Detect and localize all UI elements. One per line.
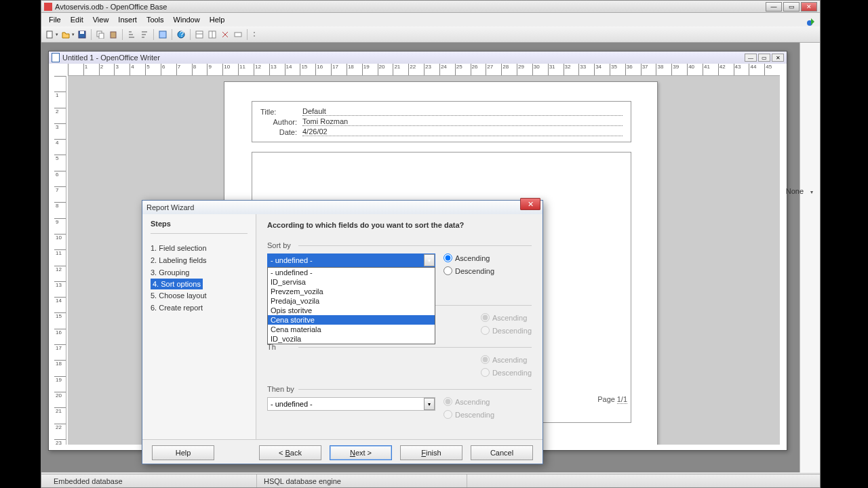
- descending-radio-2: Descending: [481, 326, 532, 335]
- report-header: Title: Default Author: Tomi Rozman Date:…: [252, 101, 631, 142]
- ascending-radio-2: Ascending: [481, 313, 532, 322]
- sort-by-value: - undefined -: [271, 256, 313, 264]
- sort-desc-icon[interactable]: [139, 29, 150, 40]
- step-3[interactable]: 3. Grouping: [151, 266, 248, 279]
- vertical-ruler[interactable]: 1234567891011121314151617181920212223: [54, 76, 66, 445]
- date-label: Date:: [260, 127, 301, 136]
- mdi-area: Untitled 1 - OpenOffice Writer — ▭ ✕ 123…: [41, 43, 820, 472]
- dropdown-option[interactable]: Opis storitve: [268, 306, 435, 315]
- dropdown-icon[interactable]: ▾: [72, 32, 75, 37]
- report-wizard-dialog: Report Wizard ✕ Steps 1. Field selection…: [142, 200, 543, 464]
- step-4[interactable]: 4. Sort options: [151, 279, 203, 289]
- status-engine: HSQL database engine: [257, 474, 467, 487]
- main-window: Avtoservis.odb - OpenOffice Base — ▭ ✕ F…: [41, 0, 821, 488]
- copy-icon[interactable]: [95, 29, 106, 40]
- steps-heading: Steps: [151, 220, 248, 234]
- menu-window[interactable]: Window: [169, 14, 205, 26]
- dialog-buttons: Help < Back Next > Finish Cancel: [142, 439, 542, 465]
- writer-close-button[interactable]: ✕: [772, 54, 784, 62]
- then-by-combo[interactable]: - undefined - ▾: [267, 397, 435, 411]
- ascending-radio[interactable]: Ascending: [443, 253, 494, 262]
- delete-icon[interactable]: [220, 29, 231, 40]
- menu-insert[interactable]: Insert: [113, 14, 142, 26]
- chevron-down-icon[interactable]: ▾: [424, 398, 435, 410]
- svg-rect-6: [159, 31, 166, 38]
- steps-panel: Steps 1. Field selection2. Labeling fiel…: [142, 214, 256, 439]
- window-title: Avtoservis.odb - OpenOffice Base: [55, 3, 766, 11]
- titlebar: Avtoservis.odb - OpenOffice Base — ▭ ✕: [41, 1, 820, 13]
- svg-rect-2: [80, 31, 84, 34]
- finish-button[interactable]: Finish: [400, 445, 462, 460]
- next-button[interactable]: Next >: [330, 445, 392, 460]
- close-button[interactable]: ✕: [801, 2, 817, 12]
- openoffice-logo-icon: [806, 17, 816, 26]
- descending-radio[interactable]: Descending: [443, 266, 494, 275]
- dialog-title: Report Wizard: [146, 203, 538, 211]
- sort-by-dropdown: - undefined -ID_servisaPrevzem_vozilaPre…: [267, 267, 435, 344]
- menu-tools[interactable]: Tools: [142, 14, 169, 26]
- svg-rect-5: [111, 32, 116, 38]
- wizard-prompt: According to which fields do you want to…: [267, 221, 532, 229]
- form-icon[interactable]: [157, 29, 168, 40]
- chevron-down-icon[interactable]: ▾: [810, 189, 813, 195]
- then-by-value: - undefined -: [271, 400, 313, 408]
- rename-icon[interactable]: [233, 29, 243, 40]
- descending-radio-3: Descending: [481, 368, 532, 377]
- dropdown-option[interactable]: Cena materiala: [268, 325, 435, 334]
- dropdown-option[interactable]: Cena storitve: [268, 315, 435, 325]
- document-icon: [52, 53, 60, 62]
- svg-rect-4: [99, 33, 104, 39]
- horizontal-ruler[interactable]: 1234567891011121314151617181920212223242…: [68, 64, 780, 76]
- table-icon[interactable]: [194, 29, 205, 40]
- new-icon[interactable]: [44, 29, 55, 40]
- save-icon[interactable]: [77, 29, 87, 40]
- svg-rect-9: [196, 31, 203, 38]
- minimize-button[interactable]: —: [766, 2, 782, 12]
- statusbar: Embedded database HSQL database engine: [41, 474, 820, 487]
- svg-point-15: [254, 35, 255, 37]
- menu-file[interactable]: File: [44, 14, 66, 26]
- writer-minimize-button[interactable]: —: [745, 54, 757, 62]
- dialog-titlebar[interactable]: Report Wizard ✕: [142, 201, 542, 214]
- title-value: Default: [302, 107, 623, 116]
- svg-text:?: ?: [180, 30, 184, 38]
- step-2[interactable]: 2. Labeling fields: [151, 254, 248, 266]
- back-button[interactable]: < Back: [259, 445, 321, 460]
- toolbar: ▾ ▾ ?: [41, 26, 820, 43]
- maximize-button[interactable]: ▭: [783, 2, 800, 12]
- menu-edit[interactable]: Edit: [66, 14, 88, 26]
- step-6[interactable]: 6. Create report: [151, 302, 248, 314]
- help-button[interactable]: Help: [152, 445, 214, 460]
- menubar: File Edit View Insert Tools Window Help: [41, 13, 820, 26]
- app-icon: [44, 3, 52, 11]
- svg-point-14: [254, 32, 255, 33]
- cancel-button[interactable]: Cancel: [471, 445, 533, 460]
- date-value: 4/26/02: [302, 127, 623, 136]
- dropdown-option[interactable]: ID_servisa: [268, 277, 435, 287]
- menu-help[interactable]: Help: [205, 14, 230, 26]
- table2-icon[interactable]: [207, 29, 218, 40]
- help-icon[interactable]: ?: [176, 29, 186, 40]
- paste-icon[interactable]: [108, 29, 119, 40]
- writer-maximize-button[interactable]: ▭: [758, 54, 770, 62]
- wizard-content: According to which fields do you want to…: [256, 214, 542, 439]
- step-5[interactable]: 5. Choose layout: [151, 289, 248, 302]
- step-1[interactable]: 1. Field selection: [151, 242, 248, 254]
- open-icon[interactable]: [60, 29, 71, 40]
- writer-titlebar: Untitled 1 - OpenOffice Writer — ▭ ✕: [49, 52, 787, 64]
- grip-icon[interactable]: [251, 29, 262, 40]
- then-by-label-3: Then by: [267, 385, 532, 393]
- menu-view[interactable]: View: [88, 14, 114, 26]
- author-label: Author:: [260, 117, 301, 126]
- sort-by-combo[interactable]: - undefined - ▾ - undefined -ID_servisaP…: [267, 253, 435, 267]
- dropdown-option[interactable]: Predaja_vozila: [268, 296, 435, 306]
- chevron-down-icon[interactable]: ▾: [424, 254, 435, 266]
- dropdown-option[interactable]: Prevzem_vozila: [268, 287, 435, 296]
- dropdown-option[interactable]: - undefined -: [268, 268, 435, 277]
- writer-title: Untitled 1 - OpenOffice Writer: [62, 54, 745, 62]
- dropdown-icon[interactable]: ▾: [56, 32, 58, 37]
- dialog-close-button[interactable]: ✕: [520, 198, 540, 210]
- side-panel[interactable]: [800, 43, 820, 472]
- dropdown-option[interactable]: ID_vozila: [268, 334, 435, 344]
- sort-asc-icon[interactable]: [126, 29, 137, 40]
